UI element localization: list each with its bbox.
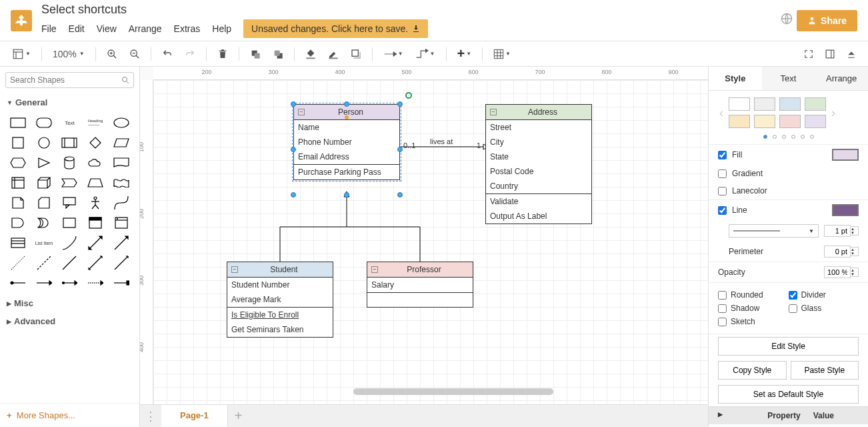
table-row[interactable]: Name	[294, 120, 399, 135]
add-page-button[interactable]: +	[228, 405, 249, 427]
property-header[interactable]: ▶ Property Value	[709, 406, 868, 424]
shape-heading[interactable]: Heading────	[84, 114, 107, 131]
chevron-left-icon[interactable]: ‹	[718, 106, 725, 120]
shape-ellipse[interactable]	[109, 114, 133, 131]
shadow-checkbox[interactable]: Shadow	[718, 302, 789, 315]
delete-button[interactable]	[213, 46, 232, 62]
swatch[interactable]	[729, 115, 750, 128]
shadow-button[interactable]	[347, 46, 365, 62]
table-row[interactable]: Is Eligible To Enroll	[227, 307, 333, 322]
rounded-checkbox[interactable]: Rounded	[718, 288, 789, 302]
connection-point[interactable]	[345, 115, 349, 119]
pager-dot[interactable]	[791, 135, 795, 139]
table-row[interactable]: Phone Number	[294, 135, 399, 149]
shape-note[interactable]	[7, 194, 30, 211]
zoom-in-button[interactable]	[103, 46, 121, 62]
collapse-icon[interactable]: −	[490, 109, 497, 115]
swatch[interactable]	[779, 115, 801, 128]
shape-dotted[interactable]	[7, 254, 30, 272]
scrollbar-horizontal[interactable]	[353, 388, 553, 395]
tab-arrange[interactable]: Arrange	[815, 67, 868, 90]
shape-arrow[interactable]	[109, 234, 133, 252]
shape-callout[interactable]	[58, 194, 81, 211]
pager-dot[interactable]	[810, 135, 814, 139]
edit-style-button[interactable]: Edit Style	[718, 337, 859, 356]
shape-trapezoid[interactable]	[84, 174, 107, 191]
waypoint-button[interactable]: ▼	[411, 46, 439, 62]
shape-rounded-rect[interactable]	[33, 114, 56, 131]
fill-color-swatch[interactable]	[832, 149, 859, 161]
resize-handle[interactable]	[397, 192, 403, 197]
shape-line-thin[interactable]	[109, 254, 133, 272]
entity-address[interactable]: −Address Street City State Postal Code C…	[485, 104, 592, 224]
shape-triangle[interactable]	[33, 154, 56, 171]
menu-extras[interactable]: Extras	[174, 23, 201, 34]
rotate-handle[interactable]	[405, 92, 412, 99]
fill-checkbox[interactable]	[718, 151, 727, 159]
document-title[interactable]: Select shortcuts	[41, 3, 428, 17]
shape-and[interactable]	[7, 214, 30, 232]
gradient-checkbox[interactable]	[718, 169, 727, 178]
chevron-right-icon[interactable]: ›	[830, 106, 837, 120]
swatch[interactable]	[729, 97, 750, 111]
table-row[interactable]: Email Address	[294, 149, 399, 164]
collapse-icon[interactable]: −	[371, 266, 378, 273]
pages-menu-icon[interactable]: ⋮	[140, 405, 161, 427]
shape-curve[interactable]	[109, 194, 133, 211]
line-width-field[interactable]: ▲▼	[824, 225, 859, 237]
shape-line[interactable]	[58, 254, 81, 272]
line-style-dropdown[interactable]: ▼	[729, 224, 819, 238]
shape-cube[interactable]	[33, 174, 56, 191]
divider-checkbox[interactable]: Divider	[789, 288, 859, 302]
shape-process[interactable]	[58, 134, 81, 151]
shape-circle[interactable]	[33, 134, 56, 151]
shape-parallelogram[interactable]	[109, 134, 133, 151]
table-row[interactable]: Average Mark	[227, 292, 333, 307]
shape-card[interactable]	[33, 194, 56, 211]
menu-edit[interactable]: Edit	[69, 23, 85, 34]
table-button[interactable]: ▼	[489, 46, 515, 62]
table-row[interactable]: State	[486, 149, 591, 164]
zoom-out-button[interactable]	[125, 46, 144, 62]
menu-file[interactable]: File	[41, 23, 57, 34]
zoom-dropdown[interactable]: 100% ▼	[49, 46, 89, 62]
shape-connector-3[interactable]	[58, 274, 81, 292]
lanecolor-checkbox[interactable]	[718, 187, 727, 195]
resize-handle[interactable]	[291, 192, 296, 197]
table-row[interactable]: Get Seminars Taken	[227, 322, 333, 337]
share-button[interactable]: Share	[797, 10, 857, 31]
table-row[interactable]: Street	[486, 120, 591, 135]
category-advanced[interactable]: ▶Advanced	[0, 312, 139, 330]
connection-button[interactable]: ▼	[379, 46, 407, 62]
globe-icon[interactable]	[781, 13, 793, 28]
collapse-button[interactable]	[843, 46, 860, 62]
resize-handle[interactable]	[291, 101, 296, 107]
line-color-swatch[interactable]	[832, 204, 859, 216]
resize-handle[interactable]	[344, 192, 349, 197]
shape-datastore[interactable]	[58, 214, 81, 232]
swatch[interactable]	[754, 97, 775, 111]
cardinality-right[interactable]: 1	[477, 141, 481, 149]
swatch[interactable]	[779, 97, 801, 111]
shape-connector-2[interactable]	[33, 274, 56, 292]
page-tab-1[interactable]: Page-1	[161, 405, 228, 427]
shape-curve-arc[interactable]	[58, 234, 81, 252]
shape-connector-1[interactable]	[7, 274, 30, 292]
resize-handle[interactable]	[397, 101, 403, 107]
resize-handle[interactable]	[291, 147, 296, 152]
tab-text[interactable]: Text	[762, 67, 815, 90]
perimeter-field[interactable]: ▲▼	[824, 246, 859, 258]
shape-actor[interactable]	[84, 194, 107, 211]
edge-label[interactable]: lives at	[430, 137, 453, 145]
fullscreen-button[interactable]	[800, 46, 817, 62]
pager-dot[interactable]	[801, 135, 805, 139]
search-input[interactable]	[10, 75, 121, 85]
table-row[interactable]: Output As Label	[486, 209, 591, 224]
view-mode-button[interactable]: ▼	[8, 46, 35, 62]
shape-iframe[interactable]	[109, 214, 133, 232]
format-panel-button[interactable]	[821, 46, 839, 62]
more-shapes-button[interactable]: + More Shapes...	[0, 403, 139, 427]
table-row[interactable]: Salary	[367, 278, 473, 292]
swatch[interactable]	[805, 97, 826, 111]
sketch-checkbox[interactable]: Sketch	[718, 315, 789, 328]
